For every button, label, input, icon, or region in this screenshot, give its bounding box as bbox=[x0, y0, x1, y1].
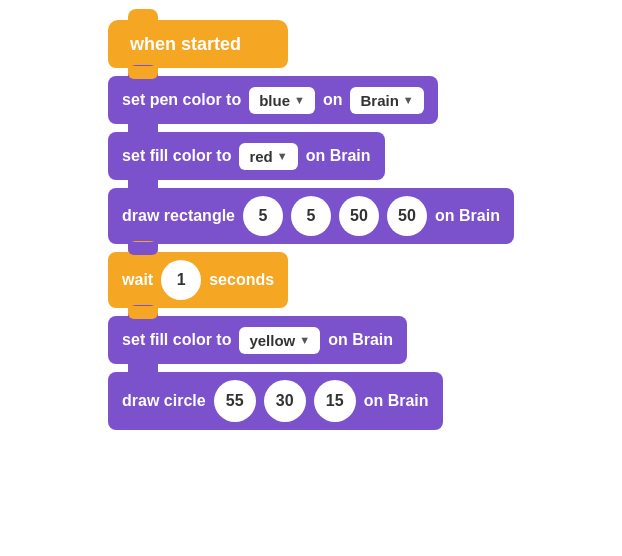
yellow-dropdown-arrow: ▼ bbox=[299, 334, 310, 346]
circle-v3[interactable]: 15 bbox=[314, 380, 356, 422]
set-pen-color-block[interactable]: set pen color to blue ▼ on Brain ▼ bbox=[108, 76, 438, 124]
rect-v1[interactable]: 5 bbox=[243, 196, 283, 236]
set-fill-color-text: set fill color to bbox=[122, 147, 231, 165]
set-fill-color-red-block[interactable]: set fill color to red ▼ on Brain bbox=[108, 132, 384, 180]
brain-dropdown-arrow: ▼ bbox=[403, 94, 414, 106]
draw-rectangle-block[interactable]: draw rectangle 5 5 50 50 on Brain bbox=[108, 188, 514, 244]
seconds-text: seconds bbox=[209, 271, 274, 289]
draw-circle-text: draw circle bbox=[122, 392, 206, 410]
hat-tab bbox=[128, 9, 158, 22]
on-brain-text: on Brain bbox=[306, 147, 371, 165]
circle-on-brain-text: on Brain bbox=[364, 392, 429, 410]
notch-bottom bbox=[128, 178, 158, 191]
circle-v1[interactable]: 55 bbox=[214, 380, 256, 422]
blocks-container: when started set pen color to blue ▼ on … bbox=[108, 20, 514, 430]
set-fill-color-yellow-block[interactable]: set fill color to yellow ▼ on Brain bbox=[108, 316, 407, 364]
yellow-dropdown[interactable]: yellow ▼ bbox=[239, 327, 320, 354]
brain-dropdown[interactable]: Brain ▼ bbox=[350, 87, 423, 114]
draw-circle-block[interactable]: draw circle 55 30 15 on Brain bbox=[108, 372, 443, 430]
on-text: on bbox=[323, 91, 343, 109]
rect-v3[interactable]: 50 bbox=[339, 196, 379, 236]
rect-v4[interactable]: 50 bbox=[387, 196, 427, 236]
notch-bottom bbox=[128, 306, 158, 319]
set-pen-color-text: set pen color to bbox=[122, 91, 241, 109]
when-started-block[interactable]: when started bbox=[108, 20, 288, 68]
blue-dropdown[interactable]: blue ▼ bbox=[249, 87, 315, 114]
draw-rectangle-text: draw rectangle bbox=[122, 207, 235, 225]
red-dropdown[interactable]: red ▼ bbox=[239, 143, 297, 170]
notch-bottom bbox=[128, 362, 158, 375]
rect-on-brain-text: on Brain bbox=[435, 207, 500, 225]
when-started-label: when started bbox=[130, 34, 241, 55]
wait-block[interactable]: wait 1 seconds bbox=[108, 252, 288, 308]
notch-bottom bbox=[128, 242, 158, 255]
wait-text: wait bbox=[122, 271, 153, 289]
rect-v2[interactable]: 5 bbox=[291, 196, 331, 236]
dropdown-arrow: ▼ bbox=[294, 94, 305, 106]
red-dropdown-arrow: ▼ bbox=[277, 150, 288, 162]
connector-bottom bbox=[128, 66, 158, 79]
set-fill-color-yellow-text: set fill color to bbox=[122, 331, 231, 349]
notch-bottom bbox=[128, 122, 158, 135]
circle-v2[interactable]: 30 bbox=[264, 380, 306, 422]
wait-value[interactable]: 1 bbox=[161, 260, 201, 300]
yellow-on-brain-text: on Brain bbox=[328, 331, 393, 349]
